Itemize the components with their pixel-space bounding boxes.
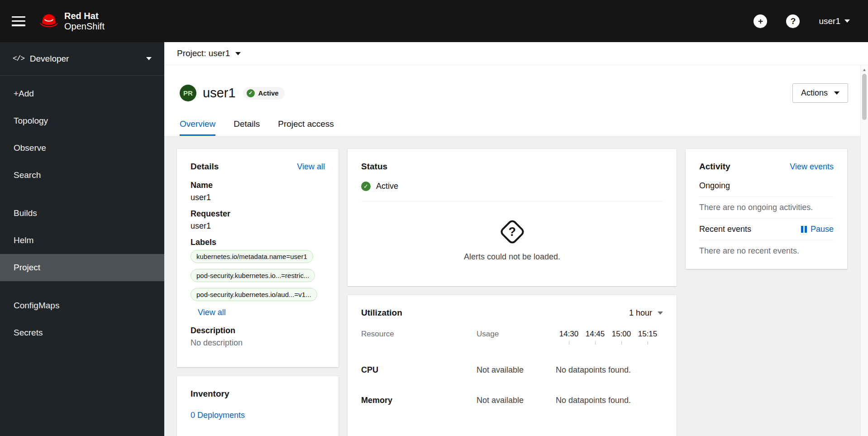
sidebar-item-secrets[interactable]: Secrets [0, 319, 164, 346]
title-row: PR user1 ✓ Active Actions [180, 83, 848, 103]
brand-text: Red Hat OpenShift [64, 11, 105, 32]
caret-down-icon [146, 57, 152, 60]
activity-card: Activity View events Ongoing There are n… [686, 149, 847, 269]
sidebar-item-label: Builds [14, 208, 37, 218]
add-circle-icon[interactable]: + [754, 14, 767, 28]
tab-overview[interactable]: Overview [180, 119, 215, 136]
user-menu-label: user1 [819, 16, 840, 26]
code-icon: </> [13, 55, 24, 63]
user-menu[interactable]: user1 [819, 16, 850, 26]
tab-bar: Overview Details Project access [164, 119, 868, 136]
detail-requester-value: user1 [191, 221, 325, 231]
alerts-message: Alerts could not be loaded. [464, 252, 560, 262]
detail-name-label: Name [191, 181, 325, 190]
duration-dropdown[interactable]: 1 hour [629, 308, 663, 318]
sidebar-item-observe[interactable]: Observe [0, 134, 164, 162]
label-chip[interactable]: kubernetes.io/metadata.name=user1 [191, 250, 313, 263]
label-chip[interactable]: pod-security.kubernetes.io...=restric... [191, 269, 315, 282]
overview-dashboard: Details View all Name user1 Requester us… [164, 136, 868, 436]
sidebar-item-builds[interactable]: Builds [0, 200, 164, 227]
nav-group-2: Builds Helm Project [0, 195, 164, 281]
activity-card-title: Activity [699, 162, 730, 172]
detail-description-value: No description [191, 338, 325, 348]
sidebar-item-project[interactable]: Project [0, 254, 164, 281]
resource-name: CPU [361, 365, 477, 375]
utilization-card: Utilization 1 hour Resource Usage 14:30 [348, 295, 677, 436]
ongoing-label: Ongoing [699, 181, 730, 191]
resource-usage: Not available [477, 365, 556, 375]
detail-description: Description No description [191, 326, 325, 348]
duration-label: 1 hour [629, 308, 652, 318]
caret-down-icon [834, 91, 839, 95]
ongoing-empty-row: There are no ongoing activities. [699, 197, 834, 219]
time-tick: 15:00 [608, 330, 634, 345]
detail-name-value: user1 [191, 193, 325, 202]
column-resource: Resource [361, 330, 477, 339]
detail-labels-label: Labels [191, 238, 325, 247]
detail-requester: Requester user1 [191, 209, 325, 231]
redhat-fedora-icon [39, 13, 59, 30]
brand-line1: Red Hat [64, 11, 105, 21]
pause-icon [801, 226, 807, 233]
left-column: Details View all Name user1 Requester us… [177, 149, 339, 436]
page-header: PR user1 ✓ Active Actions Overview Detai… [164, 65, 868, 136]
vertical-scrollbar[interactable]: ▲ [860, 66, 868, 436]
utilization-row-cpu: CPU Not available No datapoints found. [361, 365, 663, 375]
sidebar-item-label: ConfigMaps [14, 301, 59, 311]
details-view-all-link[interactable]: View all [297, 162, 325, 172]
time-tick: 14:30 [556, 330, 582, 345]
masthead-actions: + ? user1 [754, 14, 850, 28]
caret-down-icon [235, 52, 241, 55]
details-card: Details View all Name user1 Requester us… [177, 149, 339, 367]
scrollbar-thumb[interactable] [862, 74, 867, 120]
pause-events-button[interactable]: Pause [801, 225, 834, 234]
labels-view-all-link[interactable]: View all [198, 308, 226, 317]
actions-dropdown[interactable]: Actions [792, 83, 848, 103]
detail-requester-label: Requester [191, 209, 325, 219]
project-resource-badge: PR [180, 85, 196, 101]
project-selector[interactable]: Project: user1 [164, 42, 868, 65]
recent-empty-row: There are no recent events. [699, 240, 834, 262]
alerts-empty-state: ? Alerts could not be loaded. [361, 201, 663, 273]
brand-line2: OpenShift [64, 21, 105, 32]
help-icon[interactable]: ? [786, 14, 800, 28]
sidebar-item-topology[interactable]: Topology [0, 107, 164, 134]
status-card-title: Status [361, 162, 387, 172]
app: Red Hat OpenShift + ? user1 </> Develope… [0, 0, 868, 436]
sidebar: </> Developer +Add Topology Observe Sear… [0, 42, 164, 436]
middle-column: Status ✓ Active ? Alerts could not be lo… [348, 149, 677, 436]
recent-empty-text: There are no recent events. [699, 246, 799, 256]
sidebar-item-search[interactable]: Search [0, 162, 164, 189]
ongoing-section-header: Ongoing [699, 175, 834, 197]
detail-name: Name user1 [191, 181, 325, 202]
sidebar-item-label: Secrets [14, 328, 43, 338]
hamburger-menu-icon[interactable] [12, 16, 25, 26]
sidebar-item-label: +Add [14, 89, 34, 99]
caret-down-icon [844, 19, 850, 23]
scroll-up-arrow[interactable]: ▲ [861, 66, 868, 74]
sidebar-item-add[interactable]: +Add [0, 80, 164, 107]
tab-details[interactable]: Details [234, 119, 260, 136]
sidebar-item-configmaps[interactable]: ConfigMaps [0, 292, 164, 319]
sidebar-item-label: Search [14, 170, 41, 180]
label-chip[interactable]: pod-security.kubernetes.io/aud...=v1... [191, 288, 317, 301]
status-badge-label: Active [258, 89, 279, 97]
tab-project-access[interactable]: Project access [278, 119, 334, 136]
status-state-label: Active [376, 182, 398, 191]
deployments-link[interactable]: 0 Deployments [191, 411, 245, 420]
view-events-link[interactable]: View events [790, 162, 834, 172]
main-content: Project: user1 PR user1 ✓ Active Actions [164, 42, 868, 436]
utilization-header-row: Resource Usage 14:30 14:45 15:00 15:15 [361, 330, 663, 345]
time-axis: 14:30 14:45 15:00 15:15 [556, 330, 663, 345]
actions-label: Actions [801, 88, 828, 98]
recent-events-header: Recent events Pause [699, 219, 834, 240]
plus-glyph: + [758, 16, 763, 26]
time-tick: 14:45 [582, 330, 608, 345]
sidebar-item-helm[interactable]: Helm [0, 227, 164, 254]
status-badge: ✓ Active [243, 87, 285, 100]
page-title: user1 [203, 86, 236, 101]
check-circle-icon: ✓ [361, 182, 371, 191]
inventory-card: Inventory 0 Deployments [177, 376, 339, 436]
utilization-row-memory: Memory Not available No datapoints found… [361, 396, 663, 405]
perspective-switcher[interactable]: </> Developer [0, 42, 164, 76]
